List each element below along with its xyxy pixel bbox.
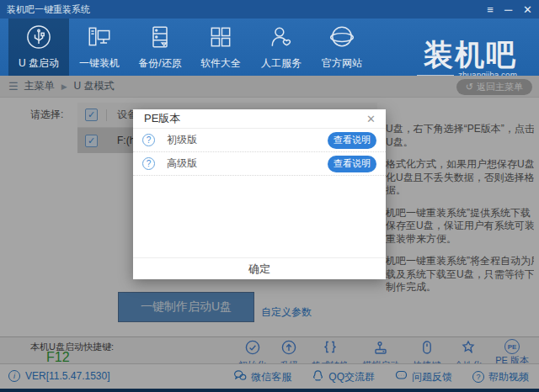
titlebar: 装机吧一键重装系统 ≡ ─ ✕: [0, 0, 539, 19]
pe-option-advanced: ? 高级版 查看说明: [133, 152, 386, 176]
backup-restore-icon: [147, 24, 173, 54]
pe-version-dialog: PE版本 ✕ ? 初级版 查看说明 ? 高级版 查看说明 确定: [133, 109, 386, 279]
nav-item-manual-service[interactable]: 人工服务: [251, 19, 312, 76]
question-circle-icon: ?: [142, 134, 155, 146]
nav-label: 备份/还原: [138, 56, 181, 71]
nav-item-official-website[interactable]: 官方网站: [312, 19, 372, 76]
computer-icon: [86, 24, 113, 54]
confirm-button[interactable]: 确定: [248, 262, 270, 277]
nav-label: 一键装机: [79, 56, 120, 71]
nav-item-usb-boot[interactable]: U 盘启动: [8, 19, 69, 76]
logo-text: 装机吧: [417, 40, 517, 69]
nav-item-software-collection[interactable]: 软件大全: [190, 19, 251, 76]
minimize-icon[interactable]: ─: [504, 4, 512, 15]
globe-icon: [328, 24, 355, 54]
main-navbar: U 盘启动 一键装机 备份/还原 软件大全: [0, 19, 539, 76]
menu-icon[interactable]: ≡: [487, 4, 494, 15]
pe-option-basic: ? 初级版 查看说明: [133, 129, 386, 152]
nav-label: 软件大全: [200, 56, 241, 71]
brand-logo: 装机吧 zhuangjiba.com: [417, 40, 517, 80]
nav-item-backup-restore[interactable]: 备份/还原: [130, 19, 190, 76]
person-service-icon: [268, 24, 295, 54]
usb-icon: [25, 24, 52, 54]
dialog-footer: 确定: [133, 257, 386, 279]
close-icon[interactable]: ✕: [523, 4, 532, 15]
nav-items: U 盘启动 一键装机 备份/还原 软件大全: [8, 19, 372, 76]
nav-item-one-key-install[interactable]: 一键装机: [69, 19, 130, 76]
window-controls: ≡ ─ ✕: [487, 0, 532, 19]
window-title: 装机吧一键重装系统: [7, 3, 90, 16]
apps-grid-icon: [207, 24, 234, 54]
question-circle-icon: ?: [142, 157, 155, 170]
app-window: 装机吧一键重装系统 ≡ ─ ✕ U 盘启动 一键装机: [0, 0, 539, 392]
view-description-button[interactable]: 查看说明: [328, 156, 376, 172]
nav-label: 官方网站: [322, 56, 362, 71]
dialog-header: PE版本 ✕: [133, 109, 386, 129]
dialog-close-icon[interactable]: ✕: [366, 113, 376, 125]
nav-label: U 盘启动: [19, 56, 59, 71]
dialog-title: PE版本: [144, 111, 180, 126]
pe-option-label: 初级版: [167, 133, 197, 147]
nav-label: 人工服务: [261, 56, 302, 71]
pe-option-label: 高级版: [167, 156, 197, 171]
view-description-button[interactable]: 查看说明: [328, 132, 376, 149]
